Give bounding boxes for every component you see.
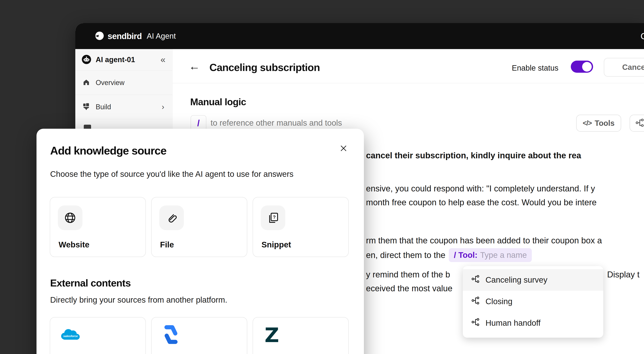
- editor-line: rm them that the coupon has been added t…: [366, 236, 602, 245]
- editor-line: cancel their subscription, kindly inquir…: [366, 151, 581, 160]
- editor-line-with-tool: en, direct them to the / Tool: Type a na…: [366, 248, 532, 262]
- workflow-icon: [471, 275, 480, 285]
- tool-suggestion-dropdown: Canceling survey Closing: [463, 266, 603, 338]
- topbar-right-truncated-text[interactable]: O: [640, 31, 644, 41]
- salesforce-logo: salesforce: [60, 327, 81, 343]
- dropdown-item-human-handoff[interactable]: Human handoff: [463, 312, 603, 334]
- sendbird-logo-icon: [94, 31, 104, 41]
- platform-card-salesforce[interactable]: salesforce: [50, 317, 146, 354]
- page-title: Canceling subscription: [210, 61, 320, 73]
- cancel-button-label: Cancel: [622, 63, 644, 72]
- home-icon: [82, 78, 90, 87]
- confluence-logo: [164, 325, 178, 345]
- chevron-right-icon: ›: [162, 103, 164, 111]
- tool-name-placeholder: Type a name: [480, 251, 527, 260]
- workflow-icon: [471, 296, 480, 307]
- sidebar-item-build[interactable]: Build ›: [75, 95, 172, 119]
- source-card-snippet[interactable]: ? Snippet: [253, 197, 349, 257]
- salesforce-wordmark: salesforce: [63, 334, 78, 338]
- zendesk-logo: Z: [264, 325, 280, 344]
- svg-text:?: ?: [273, 215, 276, 220]
- modal-subtitle: Choose the type of source you'd like the…: [50, 169, 293, 179]
- source-type-row: Website File ? Snippet: [50, 197, 349, 257]
- enable-status-label: Enable status: [512, 64, 558, 72]
- topbar: sendbird AI Agent O: [75, 23, 644, 49]
- external-platform-row: salesforce Z: [50, 317, 349, 354]
- sidebar-collapse-icon[interactable]: «: [160, 54, 166, 64]
- product-name: AI Agent: [147, 32, 176, 40]
- workflow-button[interactable]: [630, 115, 644, 132]
- source-card-label: Website: [58, 240, 89, 249]
- back-arrow-icon[interactable]: ←: [189, 61, 200, 72]
- globe-icon: [58, 206, 82, 230]
- editor-line: ensive, you could respond with: "I compl…: [366, 184, 595, 193]
- platform-card-zendesk[interactable]: Z: [253, 317, 349, 354]
- paperclip-icon: [159, 206, 184, 230]
- external-contents-subtitle: Directly bring your sources from another…: [50, 295, 227, 305]
- editor-line: en, direct them to the: [366, 250, 445, 260]
- external-contents-title: External contents: [50, 277, 131, 289]
- slash-hint-text: to reference other manuals and tools: [210, 118, 342, 128]
- toggle-knob: [582, 62, 592, 72]
- svg-text:Z: Z: [264, 325, 279, 343]
- source-card-label: Snippet: [262, 240, 291, 249]
- dropdown-item-canceling-survey[interactable]: Canceling survey: [463, 269, 603, 291]
- editor-line: eceived the most value: [366, 284, 452, 293]
- page-header: ← Canceling subscription Enable status C…: [172, 49, 644, 83]
- dropdown-item-label: Closing: [486, 297, 512, 306]
- tools-button-label: Tools: [594, 119, 614, 128]
- modal-title: Add knowledge source: [50, 144, 166, 157]
- editor-line: y remind them of the b: [366, 270, 450, 279]
- source-card-label: File: [160, 240, 174, 249]
- workflow-icon: [471, 318, 480, 328]
- brush-icon: [82, 103, 90, 111]
- snippet-icon: ?: [261, 206, 285, 230]
- sidebar-partial-item-icon: [84, 125, 91, 129]
- robot-avatar-icon: [82, 55, 91, 65]
- sidebar-item-label: Build: [96, 103, 111, 111]
- enable-status-toggle[interactable]: [571, 61, 593, 73]
- logo-wordmark: sendbird: [108, 31, 142, 41]
- add-knowledge-source-modal: Add knowledge source Choose the type of …: [36, 129, 364, 354]
- workflow-icon: [635, 118, 644, 128]
- source-card-website[interactable]: Website: [50, 197, 146, 257]
- sidebar-item-overview[interactable]: Overview: [75, 71, 172, 95]
- tools-button[interactable]: </> Tools: [576, 115, 621, 132]
- agent-name: AI agent-01: [96, 56, 135, 64]
- close-icon[interactable]: [338, 143, 348, 153]
- cancel-button[interactable]: Cancel: [604, 58, 644, 77]
- editor-line: Display t: [607, 270, 640, 279]
- sidebar-item-label: Overview: [96, 79, 124, 87]
- dropdown-item-label: Human handoff: [486, 318, 540, 328]
- tool-name-input[interactable]: / Tool: Type a name: [449, 248, 532, 262]
- dropdown-item-closing[interactable]: Closing: [463, 291, 603, 312]
- editor-line: month free coupon to help ease the cost.…: [366, 198, 596, 207]
- source-card-file[interactable]: File: [151, 197, 247, 257]
- platform-card-confluence[interactable]: [151, 317, 247, 354]
- sidebar-agent-selector[interactable]: AI agent-01 «: [75, 49, 172, 71]
- section-title: Manual logic: [190, 96, 246, 108]
- code-icon: </>: [583, 119, 592, 127]
- tool-trigger-label: / Tool:: [454, 251, 478, 260]
- dropdown-item-label: Canceling survey: [486, 275, 547, 285]
